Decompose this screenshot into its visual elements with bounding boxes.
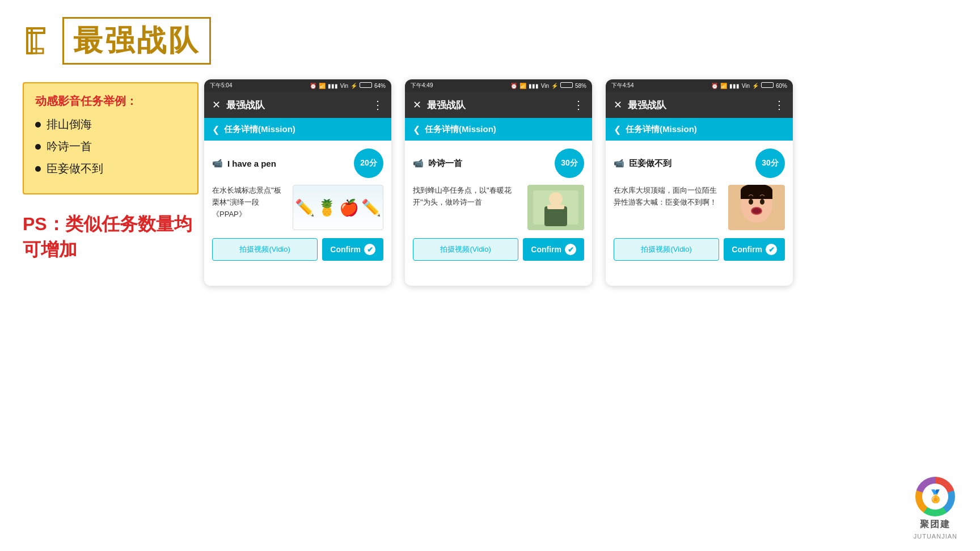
person-image bbox=[527, 185, 584, 230]
close-button-2[interactable]: ✕ bbox=[413, 99, 421, 111]
check-icon-1: ✔ bbox=[364, 244, 375, 255]
task-item-1: 排山倒海 bbox=[47, 117, 92, 132]
task-name-1: 📹 I have a pen bbox=[212, 158, 276, 168]
task-desc-text-2: 找到蜂山亭任务点，以"春暖花开"为头，做吟诗一首 bbox=[413, 185, 522, 230]
back-arrow-1[interactable]: ❮ bbox=[212, 124, 219, 135]
app-header-2: ✕ 最强战队 ⋮ bbox=[405, 92, 592, 118]
task-desc-row-1: 在水长城标志景点"板栗林"演绎一段《PPAP》 ✏️🍍🍎✏️ bbox=[212, 185, 383, 230]
action-buttons-2: 拍摄视频(Vidio) Confirm ✔ bbox=[413, 238, 584, 261]
task-desc-row-3: 在水库大坝顶端，面向一位陌生异性游客大喊：臣妾做不到啊！ bbox=[614, 185, 785, 230]
svg-point-6 bbox=[549, 192, 563, 206]
close-button-3[interactable]: ✕ bbox=[614, 99, 622, 111]
svg-point-11 bbox=[749, 199, 753, 205]
more-button-2[interactable]: ⋮ bbox=[573, 98, 584, 112]
charging-icon: ⚡ bbox=[350, 83, 357, 89]
check-icon-2: ✔ bbox=[565, 244, 576, 255]
phone-bottom-2 bbox=[405, 269, 592, 286]
alarm-icon-2: ⏰ bbox=[510, 83, 517, 89]
charging-icon-2: ⚡ bbox=[551, 83, 558, 89]
ppap-image: ✏️🍍🍎✏️ bbox=[293, 185, 383, 230]
task-title-row-1: 📹 I have a pen 20分 bbox=[212, 149, 383, 178]
phones-container: 下午5:04 ⏰ 📶 ▮▮▮ Vin ⚡ 64% ✕ 最强战队 ⋮ ❮ 任务详情 bbox=[204, 79, 793, 286]
back-arrow-3[interactable]: ❮ bbox=[614, 124, 621, 135]
video-button-3[interactable]: 拍摄视频(Vidio) bbox=[614, 238, 719, 261]
svg-point-12 bbox=[760, 199, 764, 205]
confirm-button-2[interactable]: Confirm ✔ bbox=[523, 238, 584, 261]
task-name-3: 📹 臣妾做不到 bbox=[614, 158, 671, 169]
app-header-1: ✕ 最强战队 ⋮ bbox=[204, 92, 391, 118]
photo-person bbox=[527, 185, 584, 230]
action-buttons-1: 拍摄视频(Vidio) Confirm ✔ bbox=[212, 238, 383, 261]
wifi-icon-2: 📶 bbox=[519, 83, 526, 89]
battery-pct-2: 58% bbox=[575, 83, 586, 89]
status-right-2: ⏰ 📶 ▮▮▮ Vin ⚡ 58% bbox=[510, 82, 586, 89]
check-icon-3: ✔ bbox=[766, 244, 777, 255]
status-bar-2: 下午4:49 ⏰ 📶 ▮▮▮ Vin ⚡ 58% bbox=[405, 79, 592, 92]
task-box: 动感影音任务举例： 排山倒海 吟诗一首 臣妾做不到 bbox=[23, 82, 198, 194]
list-item: 吟诗一首 bbox=[35, 139, 186, 154]
video-camera-icon-2: 📹 bbox=[413, 158, 424, 168]
confirm-button-3[interactable]: Confirm ✔ bbox=[724, 238, 785, 261]
network-label-1: Vin bbox=[340, 83, 348, 89]
more-button-3[interactable]: ⋮ bbox=[774, 98, 785, 112]
back-arrow-2[interactable]: ❮ bbox=[413, 124, 420, 135]
close-button-1[interactable]: ✕ bbox=[212, 99, 221, 111]
phone-bottom-3 bbox=[606, 269, 793, 286]
svg-point-14 bbox=[752, 208, 761, 214]
logo-title: 最强战队 bbox=[62, 17, 211, 65]
task-desc-text-3: 在水库大坝顶端，面向一位陌生异性游客大喊：臣妾做不到啊！ bbox=[614, 185, 723, 230]
status-bar-3: 下午4:54 ⏰ 📶 ▮▮▮ Vin ⚡ 60% bbox=[606, 79, 793, 92]
app-header-left-3: ✕ 最强战队 bbox=[614, 99, 666, 112]
mission-header-1: ❮ 任务详情(Mission) bbox=[204, 118, 391, 141]
list-item: 臣妾做不到 bbox=[35, 161, 186, 176]
app-header-left-1: ✕ 最强战队 bbox=[212, 99, 265, 112]
bullet-icon bbox=[35, 122, 41, 128]
score-badge-2: 30分 bbox=[555, 149, 584, 178]
wifi-icon: 📶 bbox=[319, 83, 326, 89]
bullet-icon bbox=[35, 144, 41, 150]
action-buttons-3: 拍摄视频(Vidio) Confirm ✔ bbox=[614, 238, 785, 261]
score-badge-1: 20分 bbox=[354, 149, 383, 178]
mission-title-3: 任务详情(Mission) bbox=[626, 124, 697, 135]
alarm-icon: ⏰ bbox=[310, 83, 316, 89]
task-title-row-2: 📹 吟诗一首 30分 bbox=[413, 149, 584, 178]
app-header-3: ✕ 最强战队 ⋮ bbox=[606, 92, 793, 118]
card-content-1: 📹 I have a pen 20分 在水长城标志景点"板栗林"演绎一段《PPA… bbox=[204, 141, 391, 269]
task-item-3: 臣妾做不到 bbox=[47, 161, 103, 176]
mission-title-2: 任务详情(Mission) bbox=[425, 124, 496, 135]
logo-sub: JUTUANJIAN bbox=[914, 533, 957, 540]
task-desc-text-1: 在水长城标志景点"板栗林"演绎一段《PPAP》 bbox=[212, 185, 287, 230]
page-header: 最强战队 bbox=[23, 17, 211, 65]
card-content-3: 📹 臣妾做不到 30分 在水库大坝顶端，面向一位陌生异性游客大喊：臣妾做不到啊！ bbox=[606, 141, 793, 269]
logo-inner: 🏅 bbox=[922, 484, 948, 510]
mission-title-1: 任务详情(Mission) bbox=[224, 124, 295, 135]
list-item: 排山倒海 bbox=[35, 117, 186, 132]
bottom-logo: 🏅 聚团建 JUTUANJIAN bbox=[914, 477, 957, 540]
app-title-2: 最强战队 bbox=[427, 99, 466, 112]
phone-3: 下午4:54 ⏰ 📶 ▮▮▮ Vin ⚡ 60% ✕ 最强战队 ⋮ ❮ 任务详情 bbox=[606, 79, 793, 286]
svg-rect-8 bbox=[547, 205, 564, 209]
battery-icon-3 bbox=[761, 82, 774, 89]
app-title-1: 最强战队 bbox=[226, 99, 265, 112]
photo-face bbox=[728, 185, 785, 230]
status-bar-1: 下午5:04 ⏰ 📶 ▮▮▮ Vin ⚡ 64% bbox=[204, 79, 391, 92]
video-button-2[interactable]: 拍摄视频(Vidio) bbox=[413, 238, 518, 261]
phone-2: 下午4:49 ⏰ 📶 ▮▮▮ Vin ⚡ 58% ✕ 最强战队 ⋮ ❮ 任务详情 bbox=[405, 79, 592, 286]
battery-icon bbox=[360, 82, 372, 89]
logo-bracket-icon bbox=[23, 24, 57, 58]
video-button-1[interactable]: 拍摄视频(Vidio) bbox=[212, 238, 318, 261]
battery-pct-3: 60% bbox=[776, 83, 787, 89]
confirm-button-1[interactable]: Confirm ✔ bbox=[322, 238, 383, 261]
signal-icon-3: ▮▮▮ bbox=[729, 83, 740, 89]
network-label-3: Vin bbox=[742, 83, 750, 89]
status-right-3: ⏰ 📶 ▮▮▮ Vin ⚡ 60% bbox=[711, 82, 787, 89]
card-content-2: 📹 吟诗一首 30分 找到蜂山亭任务点，以"春暖花开"为头，做吟诗一首 bbox=[405, 141, 592, 269]
task-desc-row-2: 找到蜂山亭任务点，以"春暖花开"为头，做吟诗一首 bbox=[413, 185, 584, 230]
battery-icon-2 bbox=[560, 82, 573, 89]
time-1: 下午5:04 bbox=[210, 82, 232, 90]
mission-header-3: ❮ 任务详情(Mission) bbox=[606, 118, 793, 141]
face-image bbox=[728, 185, 785, 230]
video-camera-icon-3: 📹 bbox=[614, 158, 624, 168]
more-button-1[interactable]: ⋮ bbox=[372, 98, 383, 112]
app-title-3: 最强战队 bbox=[628, 99, 666, 112]
